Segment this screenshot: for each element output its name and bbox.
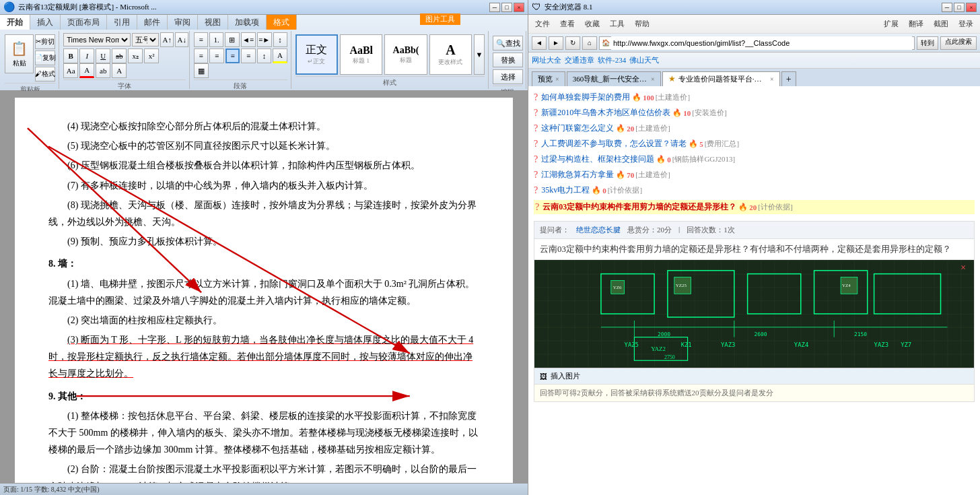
browser-tab-360[interactable]: 360导航_新一代安全上网导航 × bbox=[567, 71, 661, 86]
underline-btn[interactable]: U bbox=[96, 48, 110, 63]
align-left-btn[interactable]: ≡ bbox=[194, 48, 208, 63]
bookmark-weather[interactable]: 佛山天气 bbox=[629, 55, 659, 65]
bookmark-sites[interactable]: 网址大全 bbox=[532, 55, 561, 65]
decrease-indent-btn[interactable]: ◄≡ bbox=[241, 32, 256, 47]
font-size-selector[interactable]: 五号 bbox=[132, 33, 159, 46]
qa-link-4[interactable]: 过梁与构造柱、框架柱交接问题 bbox=[541, 154, 654, 164]
align-center-btn[interactable]: ≡ bbox=[209, 48, 223, 63]
tool-screenshot[interactable]: 截图 bbox=[930, 19, 952, 29]
menu-help[interactable]: 帮助 bbox=[631, 19, 653, 29]
paste-btn[interactable]: 📋 粘贴 bbox=[5, 34, 34, 73]
menu-file[interactable]: 文件 bbox=[532, 19, 553, 29]
increase-indent-btn[interactable]: ≡► bbox=[257, 32, 272, 47]
doc-para-4: (4) 现浇空心板按扣除空心部分所占体积后的混凝土体积计算。 bbox=[48, 118, 479, 135]
sort-btn[interactable]: ↕ bbox=[273, 32, 287, 47]
qa-link-7[interactable]: 云南03定额中约束构件套用剪力墙的定额还是异形柱？ bbox=[542, 202, 736, 211]
shading-btn[interactable]: A bbox=[273, 48, 287, 63]
tab-preview-close[interactable]: × bbox=[555, 75, 559, 83]
browser-close-btn[interactable]: × bbox=[966, 3, 977, 12]
font-name-selector[interactable]: Times New Roman bbox=[63, 33, 131, 46]
qa-link-5[interactable]: 江湖救急算石方拿量 bbox=[541, 170, 614, 179]
tool-translate[interactable]: 翻译 bbox=[905, 19, 927, 29]
numbering-btn[interactable]: 1. bbox=[209, 32, 223, 47]
font-color-btn[interactable]: A bbox=[79, 63, 94, 78]
qa-badge-3: 🔥 5 [费用汇总] bbox=[689, 139, 739, 149]
bullets-btn[interactable]: ≡ bbox=[194, 32, 208, 47]
tool-extend[interactable]: 扩展 bbox=[880, 19, 902, 29]
multilevel-btn[interactable]: ⊞ bbox=[225, 32, 239, 47]
tab-references[interactable]: 引用 bbox=[107, 15, 137, 30]
copy-btn[interactable]: 📄复制 bbox=[35, 51, 55, 65]
clear-format-btn[interactable]: Aa bbox=[63, 63, 78, 78]
qa-link-0[interactable]: 如何单独套脚手架的费用 bbox=[541, 92, 630, 102]
tool-login[interactable]: 登录 bbox=[955, 19, 977, 29]
strikethrough-btn[interactable]: ab bbox=[112, 48, 127, 63]
format-paint-btn[interactable]: 🖌格式 bbox=[35, 67, 55, 81]
browser-minimize-btn[interactable]: ─ bbox=[942, 3, 952, 12]
home-btn[interactable]: ⌂ bbox=[582, 36, 597, 50]
qa-link-1[interactable]: 新疆2010年乌鲁木齐地区单位估价表 bbox=[541, 108, 670, 117]
cut-btn[interactable]: ✂剪切 bbox=[35, 34, 55, 49]
browser-content-area[interactable]: ? 如何单独套脚手架的费用 🔥 100 [土建造价] ? bbox=[528, 86, 980, 495]
align-right-btn[interactable]: ≡ bbox=[225, 48, 240, 63]
tab-review[interactable]: 审阅 bbox=[168, 15, 198, 30]
bookmark-software[interactable]: 软件-234 bbox=[598, 55, 626, 65]
text-effect-btn[interactable]: A bbox=[112, 63, 127, 78]
menu-tools[interactable]: 工具 bbox=[606, 19, 628, 29]
replace-btn[interactable]: 替换 bbox=[493, 53, 523, 67]
refresh-btn[interactable]: ↻ bbox=[565, 36, 580, 50]
font-shrink-btn[interactable]: A↓ bbox=[175, 32, 188, 47]
browser-tab-preview[interactable]: 预览 × bbox=[532, 71, 565, 86]
tab-view[interactable]: 视图 bbox=[198, 15, 228, 30]
style-heading[interactable]: AaBb( 标题 bbox=[384, 34, 427, 75]
detail-score: 悬赏分：20分 bbox=[627, 225, 672, 235]
style-change[interactable]: A 更改样式 bbox=[429, 34, 472, 75]
tab-insert[interactable]: 插入 bbox=[30, 15, 61, 30]
go-btn[interactable]: 转到 bbox=[917, 36, 938, 50]
word-minimize-btn[interactable]: ─ bbox=[489, 3, 500, 12]
style-heading1[interactable]: AaBl 标题 1 bbox=[340, 34, 382, 75]
doc-para-9: (9) 预制、预应力多孔板按体积计算。 bbox=[48, 233, 479, 250]
qa-item-2: ? 这种门联窗怎么定义 🔥 20 [土建造价] bbox=[534, 123, 975, 134]
border-btn[interactable]: ▦ bbox=[194, 63, 209, 78]
tab-start[interactable]: 开始 bbox=[0, 15, 30, 30]
menu-favorites[interactable]: 收藏 bbox=[582, 19, 603, 29]
style-normal[interactable]: 正文 ↵正文 bbox=[295, 34, 338, 75]
tab-format[interactable]: 格式 bbox=[267, 15, 297, 30]
line-spacing-btn[interactable]: ↕ bbox=[257, 48, 271, 63]
svg-text:YAZ3: YAZ3 bbox=[721, 341, 735, 348]
highlight-btn[interactable]: ab bbox=[96, 63, 110, 78]
address-input[interactable] bbox=[611, 36, 912, 50]
subscript-btn[interactable]: x₂ bbox=[128, 48, 143, 63]
find-btn[interactable]: 🔍查找 bbox=[493, 36, 523, 51]
select-btn[interactable]: 选择 bbox=[493, 69, 523, 84]
tab-mail[interactable]: 邮件 bbox=[137, 15, 168, 30]
tab-addins[interactable]: 加载项 bbox=[228, 15, 267, 30]
search-btn[interactable]: 点此搜索 bbox=[940, 36, 977, 50]
tab-360-close[interactable]: × bbox=[651, 75, 655, 83]
bold-btn[interactable]: B bbox=[63, 48, 78, 63]
menu-view[interactable]: 查看 bbox=[557, 19, 578, 29]
font-grow-btn[interactable]: A↑ bbox=[160, 32, 174, 47]
justify-btn[interactable]: ≡ bbox=[241, 48, 255, 63]
qa-item-4: ? 过梁与构造柱、框架柱交接问题 🔥 0 [钢筋抽样GGJ2013] bbox=[534, 154, 975, 165]
styles-more-btn[interactable]: ▼ bbox=[474, 34, 485, 75]
tab-qa-close[interactable]: × bbox=[770, 75, 774, 83]
tab-layout[interactable]: 页面布局 bbox=[61, 15, 107, 30]
back-btn[interactable]: ◄ bbox=[532, 36, 547, 50]
pic-tools-label: 图片工具 bbox=[420, 13, 460, 25]
new-tab-btn[interactable]: + bbox=[781, 71, 796, 86]
word-maximize-btn[interactable]: □ bbox=[501, 3, 512, 12]
bookmark-traffic[interactable]: 交通违章 bbox=[565, 55, 594, 65]
qa-link-3[interactable]: 人工费调差不参与取费，怎么设置？请老 bbox=[541, 139, 687, 148]
browser-tab-qa[interactable]: ★ 专业造价问题答疑平台·广联达... × bbox=[662, 71, 780, 86]
word-close-btn[interactable]: × bbox=[514, 3, 524, 12]
svg-text:YZ25: YZ25 bbox=[676, 283, 687, 288]
italic-btn[interactable]: I bbox=[79, 48, 94, 63]
word-doc-area[interactable]: (4) 现浇空心板按扣除空心部分所占体积后的混凝土体积计算。 (5) 现浇空心板… bbox=[0, 91, 528, 483]
qa-link-6[interactable]: 35kv电力工程 bbox=[541, 185, 590, 195]
forward-btn[interactable]: ► bbox=[549, 36, 563, 50]
superscript-btn[interactable]: x² bbox=[144, 48, 159, 63]
browser-maximize-btn[interactable]: □ bbox=[954, 3, 965, 12]
qa-link-2[interactable]: 这种门联窗怎么定义 bbox=[541, 123, 614, 133]
